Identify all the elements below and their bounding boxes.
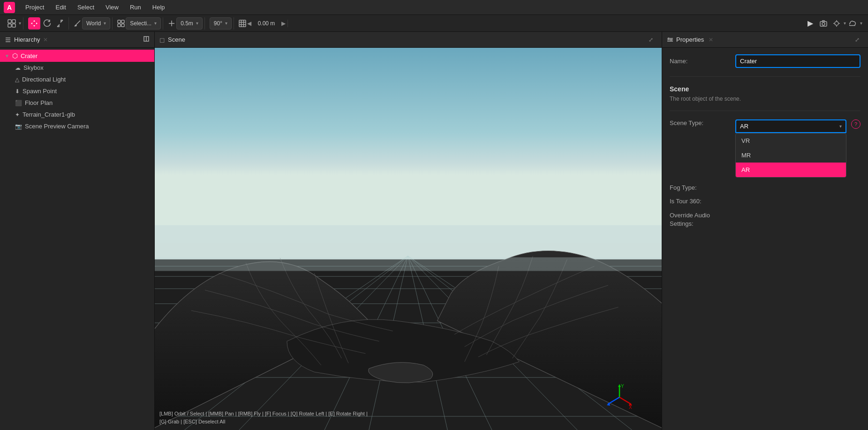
angle-dropdown-arrow: ▾ xyxy=(225,21,227,26)
prop-section-title: Scene xyxy=(670,85,860,93)
lighting-dropdown-arrow[interactable]: ▾ xyxy=(844,21,846,26)
cloud-dropdown-arrow[interactable]: ▾ xyxy=(860,21,862,26)
menu-project[interactable]: Project xyxy=(21,2,49,13)
svg-rect-4 xyxy=(118,20,121,23)
hierarchy-item-crater[interactable]: ▼ ⬡ Crater xyxy=(0,50,154,62)
world-dropdown-arrow: ▾ xyxy=(104,21,106,26)
grid-icon xyxy=(239,20,246,27)
hierarchy-item-spawn-point[interactable]: ⬇ Spawn Point xyxy=(0,85,154,97)
svg-point-16 xyxy=(822,22,825,25)
hierarchy-title-row: Hierarchy ✕ xyxy=(5,36,48,43)
scene-title-row: ◻ Scene xyxy=(159,36,185,44)
properties-content: Name: Scene The root object of the scene… xyxy=(662,48,868,235)
svg-rect-1 xyxy=(12,20,15,23)
hier-icon-skybox: ☁ xyxy=(15,65,21,71)
move-tool-btn[interactable] xyxy=(28,17,40,30)
properties-tab-close[interactable]: ✕ xyxy=(709,37,713,43)
toolbar: ▾ World ▾ Selecti... ▾ 0.5m ▾ xyxy=(0,15,868,32)
lighting-btn[interactable] xyxy=(830,17,843,30)
svg-line-53 xyxy=(619,397,631,404)
scene-header: ◻ Scene ⤢ xyxy=(155,32,662,48)
scene-type-dropdown-wrapper: AR ▾ VR MR AR xyxy=(735,119,846,178)
properties-title: Properties xyxy=(676,36,704,43)
grid-next-btn[interactable]: ▶ xyxy=(281,20,286,27)
menu-edit[interactable]: Edit xyxy=(51,2,70,13)
hier-label-crater: Crater xyxy=(21,52,38,59)
selection-icon xyxy=(117,20,125,27)
hierarchy-item-terrain[interactable]: ✦ Terrain_Crater1-glb xyxy=(0,109,154,120)
svg-rect-0 xyxy=(8,20,11,23)
svg-rect-10 xyxy=(239,20,246,27)
properties-panel: Properties ✕ ⤢ Name: Scene The root obje… xyxy=(662,32,868,430)
prop-scene-type-row: Scene Type: AR ▾ VR MR AR ? xyxy=(670,119,860,178)
dropdown-option-mr[interactable]: MR xyxy=(736,148,846,163)
hier-arrow-crater: ▼ xyxy=(5,53,9,59)
prop-fog-type-row: Fog Type: xyxy=(670,184,860,191)
svg-text:X: X xyxy=(629,405,632,410)
coordinate-icon xyxy=(74,20,81,27)
svg-rect-6 xyxy=(118,24,121,27)
main-layout: Hierarchy ✕ ▼ ⬡ Crater ☁ Skybox xyxy=(0,32,868,430)
increment-dropdown-arrow: ▾ xyxy=(196,21,198,26)
transform-dropdown-arrow[interactable]: ▾ xyxy=(19,21,21,26)
svg-rect-49 xyxy=(155,257,662,271)
dropdown-option-vr[interactable]: VR xyxy=(736,133,846,148)
transform-grid-btn[interactable] xyxy=(6,17,18,30)
properties-expand-btn[interactable]: ⤢ xyxy=(851,34,863,46)
hier-label-skybox: Skybox xyxy=(23,64,44,71)
hierarchy-list: ▼ ⬡ Crater ☁ Skybox △ Directional Light … xyxy=(0,48,154,430)
scene-type-dropdown-menu: VR MR AR xyxy=(735,133,846,178)
hier-icon-crater: ⬡ xyxy=(12,52,18,59)
selection-dropdown[interactable]: Selecti... ▾ xyxy=(126,17,161,30)
increment-icon xyxy=(168,20,175,27)
scale-tool-btn[interactable] xyxy=(54,17,67,30)
scene-type-dropdown-arrow: ▾ xyxy=(839,124,842,129)
prop-divider-1 xyxy=(670,76,860,77)
camera-screenshot-btn[interactable] xyxy=(817,17,830,30)
increment-dropdown[interactable]: 0.5m ▾ xyxy=(176,17,203,30)
cloud-btn[interactable] xyxy=(847,17,859,30)
hierarchy-tab-close[interactable]: ✕ xyxy=(43,37,48,43)
scene-type-dropdown-header[interactable]: AR ▾ xyxy=(735,119,846,133)
grid-prev-btn[interactable]: ◀ xyxy=(247,20,251,27)
svg-text:Y: Y xyxy=(621,384,624,389)
hierarchy-item-skybox[interactable]: ☁ Skybox xyxy=(0,62,154,74)
menu-select[interactable]: Select xyxy=(73,2,99,13)
menubar: A Project Edit Select View Run Help xyxy=(0,0,868,15)
rotate-tool-btn[interactable] xyxy=(41,17,53,30)
hier-label-camera: Scene Preview Camera xyxy=(25,123,89,130)
hierarchy-panel: Hierarchy ✕ ▼ ⬡ Crater ☁ Skybox xyxy=(0,32,155,430)
scene-type-help-btn[interactable]: ? xyxy=(851,119,860,129)
world-space-dropdown[interactable]: World ▾ xyxy=(82,17,110,30)
scene-title-text: Scene xyxy=(168,36,185,43)
hier-label-spawn: Spawn Point xyxy=(23,88,57,95)
hierarchy-item-directional-light[interactable]: △ Directional Light xyxy=(0,74,154,85)
prop-divider-2 xyxy=(670,111,860,111)
properties-header: Properties ✕ ⤢ xyxy=(662,32,868,48)
scene-expand-btn[interactable]: ⤢ xyxy=(645,34,657,46)
hierarchy-header: Hierarchy ✕ xyxy=(0,32,154,48)
grid-value: 0.00 m xyxy=(252,20,280,27)
hierarchy-item-scene-camera[interactable]: 📷 Scene Preview Camera xyxy=(0,120,154,132)
menu-view[interactable]: View xyxy=(101,2,123,13)
menu-run[interactable]: Run xyxy=(125,2,146,13)
angle-dropdown[interactable]: 90° ▾ xyxy=(210,17,232,30)
hierarchy-expand-btn[interactable] xyxy=(143,36,150,44)
scene-viewport[interactable]: Y X [LMB] Orbit / Select | [MMB] Pan | [… xyxy=(155,48,662,430)
svg-line-56 xyxy=(608,397,619,404)
scene-icon: ◻ xyxy=(159,36,165,44)
svg-rect-7 xyxy=(121,24,124,27)
hier-icon-spawn: ⬇ xyxy=(15,88,20,95)
gizmo: Y X xyxy=(605,383,634,411)
hier-icon-dlight: △ xyxy=(15,76,19,83)
dropdown-option-ar[interactable]: AR xyxy=(736,163,846,177)
prop-name-input[interactable] xyxy=(735,54,860,68)
properties-header-btns: ⤢ xyxy=(851,34,863,46)
play-btn[interactable]: ▶ xyxy=(804,17,816,30)
hierarchy-item-floor-plan[interactable]: ⬛ Floor Plan xyxy=(0,97,154,109)
prop-fog-type-label: Fog Type: xyxy=(670,184,731,191)
properties-icon xyxy=(667,37,673,43)
hier-label-floor: Floor Plan xyxy=(25,99,53,106)
menu-help[interactable]: Help xyxy=(148,2,170,13)
hier-icon-camera: 📷 xyxy=(15,123,22,130)
